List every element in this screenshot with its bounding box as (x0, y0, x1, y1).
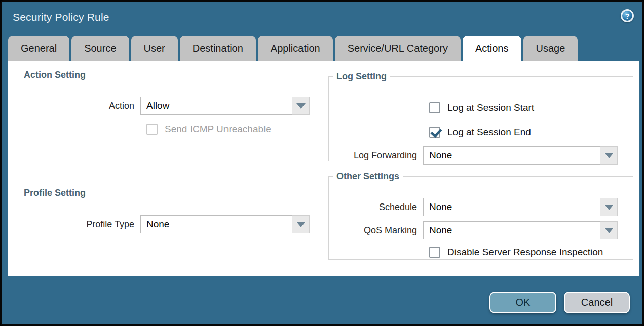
log-setting-group: Log Setting Log at Session Start Log at … (328, 71, 633, 161)
action-select-value: Allow (140, 97, 292, 115)
schedule-label: Schedule (329, 202, 423, 213)
schedule-select-value: None (423, 198, 600, 216)
disable-server-response-inspection-checkbox[interactable] (429, 247, 440, 258)
dsri-row: Disable Server Response Inspection (429, 247, 603, 258)
log-forwarding-select[interactable]: None (423, 146, 618, 165)
other-settings-group: Other Settings Schedule None QoS Marking… (328, 171, 633, 260)
chevron-down-icon (604, 228, 614, 233)
profile-type-select-button[interactable] (292, 215, 310, 233)
qos-marking-select-value: None (423, 221, 600, 239)
send-icmp-unreachable-row: Send ICMP Unreachable (146, 124, 271, 135)
action-setting-legend: Action Setting (20, 70, 89, 80)
tab-destination[interactable]: Destination (180, 36, 256, 61)
log-at-session-end-label: Log at Session End (447, 127, 531, 138)
other-settings-legend: Other Settings (333, 171, 403, 182)
log-at-session-start-label: Log at Session Start (447, 102, 534, 113)
action-setting-group: Action Setting Action Allow Send ICMP Un… (16, 70, 322, 139)
log-forwarding-select-button[interactable] (600, 146, 618, 165)
action-select-button[interactable] (292, 97, 310, 115)
schedule-select-button[interactable] (600, 198, 618, 216)
log-forwarding-label: Log Forwarding (329, 150, 423, 161)
actions-tab-panel: Action Setting Action Allow Send ICMP Un… (8, 61, 639, 276)
action-select[interactable]: Allow (140, 97, 310, 115)
log-forwarding-select-value: None (423, 146, 600, 165)
cancel-button[interactable]: Cancel (564, 292, 630, 313)
qos-marking-select-button[interactable] (600, 221, 618, 239)
disable-server-response-inspection-label: Disable Server Response Inspection (447, 247, 603, 258)
tab-source[interactable]: Source (71, 36, 129, 61)
title-bar: Security Policy Rule ? (2, 2, 642, 34)
log-at-session-start-checkbox[interactable] (429, 102, 440, 113)
tab-user[interactable]: User (131, 36, 178, 61)
tab-bar: General Source User Destination Applicat… (8, 36, 578, 61)
schedule-select[interactable]: None (423, 198, 618, 216)
log-at-session-end-checkbox[interactable] (429, 127, 440, 138)
chevron-down-icon (296, 103, 306, 109)
chevron-down-icon (604, 205, 614, 210)
profile-type-label: Profile Type (16, 219, 140, 230)
send-icmp-unreachable-checkbox[interactable] (146, 124, 158, 135)
action-label: Action (16, 101, 140, 111)
profile-setting-legend: Profile Setting (20, 188, 89, 198)
dialog-title: Security Policy Rule (13, 11, 109, 23)
profile-type-select-value: None (140, 215, 292, 233)
tab-service-url-category[interactable]: Service/URL Category (335, 36, 461, 61)
profile-type-select[interactable]: None (140, 215, 310, 233)
log-session-end-row: Log at Session End (429, 127, 531, 138)
chevron-down-icon (604, 153, 614, 158)
send-icmp-unreachable-label: Send ICMP Unreachable (165, 124, 271, 135)
help-icon[interactable]: ? (621, 9, 634, 22)
tab-actions[interactable]: Actions (463, 36, 521, 61)
tab-general[interactable]: General (8, 36, 69, 61)
ok-button[interactable]: OK (489, 292, 556, 313)
profile-setting-group: Profile Setting Profile Type None (16, 188, 322, 234)
security-policy-rule-dialog: Security Policy Rule ? General Source Us… (0, 0, 644, 326)
qos-marking-label: QoS Marking (329, 225, 423, 236)
log-setting-legend: Log Setting (333, 71, 390, 82)
log-session-start-row: Log at Session Start (429, 102, 534, 113)
tab-application[interactable]: Application (258, 36, 333, 61)
chevron-down-icon (296, 222, 306, 227)
tab-usage[interactable]: Usage (523, 36, 578, 61)
qos-marking-select[interactable]: None (423, 221, 618, 239)
